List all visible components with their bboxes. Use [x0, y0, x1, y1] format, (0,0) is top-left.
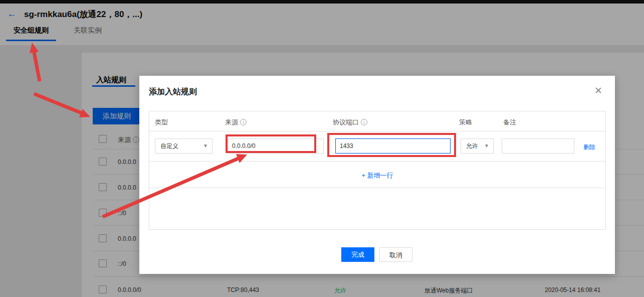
policy-select[interactable]: 允许 ▼ [461, 138, 494, 154]
close-icon[interactable]: ✕ [594, 86, 602, 95]
info-icon: i [240, 119, 247, 125]
add-row-link[interactable]: + 新增一行 [361, 172, 393, 179]
type-select[interactable]: 自定义 ▼ [155, 138, 212, 154]
col-policy: 策略 [459, 118, 472, 127]
rule-editor-table: 类型 来源i 协议端口i 策略 备注 自定义 ▼ 允许 ▼ 删除 + 新增一行 [149, 111, 606, 230]
rule-editor-row: 自定义 ▼ 允许 ▼ 删除 [149, 131, 605, 162]
protocol-port-input[interactable] [335, 138, 451, 154]
done-button[interactable]: 完成 [341, 247, 374, 262]
col-type: 类型 [155, 118, 168, 127]
delete-row-link[interactable]: 删除 [583, 143, 595, 152]
col-protocol-port: 协议端口i [333, 118, 367, 127]
add-row-area: + 新增一行 [149, 162, 605, 188]
add-inbound-rule-dialog: 添加入站规则 ✕ 类型 来源i 协议端口i 策略 备注 自定义 ▼ 允许 ▼ 删… [139, 76, 615, 274]
dialog-title: 添加入站规则 [149, 87, 197, 97]
chevron-down-icon: ▼ [484, 139, 489, 153]
col-source: 来源i [225, 118, 247, 127]
rule-editor-header: 类型 来源i 协议端口i 策略 备注 [149, 111, 605, 131]
chevron-down-icon: ▼ [203, 139, 208, 153]
info-icon: i [361, 119, 367, 125]
note-input[interactable] [502, 138, 574, 154]
cancel-button[interactable]: 取消 [379, 247, 412, 262]
source-input[interactable] [228, 138, 324, 154]
col-note: 备注 [503, 118, 516, 127]
